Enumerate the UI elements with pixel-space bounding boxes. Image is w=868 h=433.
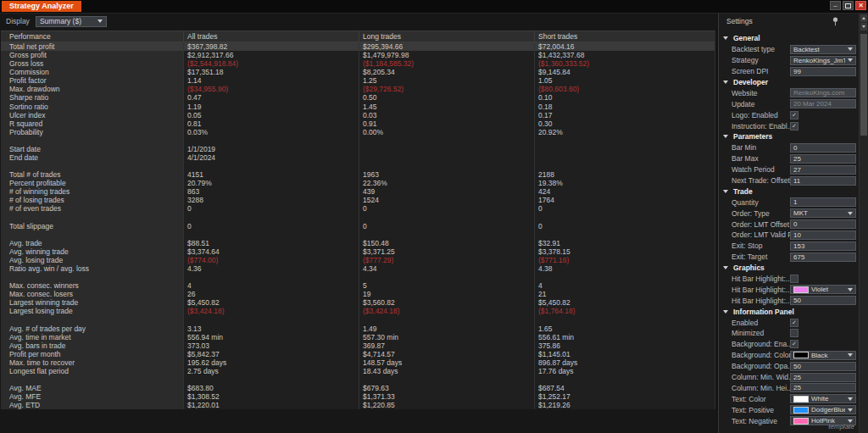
- table-row[interactable]: Avg. winning trade$3,374.64$3,371.25$3,3…: [1, 247, 715, 256]
- table-row[interactable]: Ratio avg. win / avg. loss4.364.344.38: [1, 264, 715, 273]
- table-row[interactable]: Profit factor1.141.251.05: [1, 76, 715, 85]
- table-row[interactable]: Gross loss($2,544,918.84)($1,184,585.32)…: [1, 59, 715, 68]
- table-row[interactable]: Avg. losing trade($774.00)($777.29)($771…: [1, 256, 715, 264]
- checkbox[interactable]: ✓: [790, 111, 798, 119]
- table-row[interactable]: R squared0.810.910.30: [1, 119, 715, 128]
- table-row[interactable]: Commission$17,351.18$8,205.34$9,145.84: [1, 68, 715, 76]
- window-tab-strategy-analyzer[interactable]: Strategy Analyzer: [2, 1, 81, 12]
- table-row[interactable]: End date4/1/2024: [1, 153, 715, 162]
- column-header-all-trades[interactable]: All trades: [183, 31, 359, 42]
- checkbox[interactable]: ✓: [790, 122, 798, 130]
- table-row[interactable]: Avg. MFE$1,308.52$1,371.33$1,252.17: [1, 392, 715, 401]
- settings-scrollbar[interactable]: [859, 14, 868, 433]
- table-row[interactable]: Max. time to recover195.62 days148.57 da…: [1, 358, 715, 367]
- table-row[interactable]: # of winning trades863439424: [1, 187, 715, 196]
- input-field[interactable]: 50: [790, 362, 856, 371]
- setting-control: 25: [790, 154, 856, 164]
- table-row[interactable]: Avg. trade$88.51$150.48$32.91: [1, 239, 715, 247]
- table-row[interactable]: Probability0.03%0.00%20.92%: [1, 128, 715, 136]
- table-row[interactable]: Total net profit$367,398.82$295,394.66$7…: [1, 42, 715, 51]
- table-row[interactable]: Percent profitable20.79%22.36%19.38%: [1, 179, 715, 187]
- column-header-short-trades[interactable]: Short trades: [534, 31, 715, 42]
- table-row[interactable]: Avg. time in market556.94 min557.30 min5…: [1, 333, 715, 341]
- input-field[interactable]: 675: [790, 253, 856, 262]
- settings-section-trade[interactable]: Trade: [719, 186, 860, 197]
- input-field[interactable]: 27: [790, 165, 856, 175]
- table-row[interactable]: Avg. MAE$683.80$679.63$687.54: [1, 384, 715, 392]
- table-row[interactable]: # of even trades000: [1, 204, 715, 213]
- row-value-long: [359, 230, 534, 239]
- dropdown[interactable]: RenkoKings_JmTR: [790, 56, 856, 65]
- row-value-short: 375.86: [534, 341, 715, 350]
- row-value-long: $4,714.57: [359, 350, 534, 358]
- input-field[interactable]: 1: [790, 197, 856, 207]
- scrollbar-thumb[interactable]: [860, 34, 867, 136]
- table-row[interactable]: Profit per month$5,842.37$4,714.57$1,145…: [1, 350, 715, 358]
- input-field[interactable]: 25: [790, 383, 856, 392]
- dropdown[interactable]: Backtest: [790, 45, 856, 54]
- pin-icon[interactable]: [832, 17, 839, 26]
- column-header-performance[interactable]: Performance: [1, 31, 183, 42]
- restore-button[interactable]: [843, 1, 854, 10]
- input-field[interactable]: 50: [790, 296, 856, 305]
- scrollbar-up-icon[interactable]: [860, 14, 867, 22]
- table-row[interactable]: Gross profit$2,912,317.66$1,479,979.98$1…: [1, 51, 715, 59]
- scrollbar-down-icon[interactable]: [860, 23, 867, 31]
- settings-section-general[interactable]: General: [719, 33, 860, 44]
- table-row[interactable]: Sortino ratio1.191.450.18: [1, 103, 715, 111]
- table-row[interactable]: Avg. # of trades per day3.131.491.65: [1, 325, 715, 333]
- setting-label: Bar Max: [719, 154, 790, 163]
- dropdown[interactable]: MKT: [790, 208, 856, 218]
- dropdown[interactable]: DodgerBlue: [790, 405, 856, 414]
- input-field[interactable]: 0: [790, 143, 856, 153]
- input-field[interactable]: 25: [790, 373, 856, 382]
- row-value-all: 3.13: [183, 325, 359, 333]
- dropdown[interactable]: Black: [790, 351, 856, 360]
- column-header-long-trades[interactable]: Long trades: [359, 31, 534, 42]
- template-link[interactable]: template: [828, 423, 854, 430]
- row-value-all: 2.75 days: [183, 367, 359, 375]
- checkbox[interactable]: ✓: [790, 340, 798, 348]
- table-row[interactable]: Largest winning trade$5,450.82$3,560.82$…: [1, 298, 715, 307]
- table-row[interactable]: Ulcer index0.050.030.17: [1, 111, 715, 119]
- checkbox[interactable]: [790, 275, 798, 283]
- setting-label: Logo: Enabled: [719, 111, 790, 119]
- display-toolbar: Display Summary ($): [6, 15, 107, 27]
- row-value-all: ($34,955.90): [183, 85, 359, 93]
- dropdown[interactable]: White: [790, 394, 856, 403]
- table-row[interactable]: Avg. ETD$1,220.01$1,220.85$1,219.26: [1, 401, 715, 409]
- table-row[interactable]: Start date1/1/2019: [1, 145, 715, 153]
- chevron-down-icon: [848, 353, 853, 357]
- row-label: Avg. MAE: [1, 384, 183, 392]
- settings-row-update: Update20 Mar 2024: [719, 98, 860, 109]
- table-row[interactable]: Sharpe ratio0.470.500.10: [1, 93, 715, 102]
- table-row[interactable]: Total # of trades415119632188: [1, 170, 715, 179]
- settings-section-information-panel[interactable]: Information Panel: [719, 306, 860, 317]
- input-field[interactable]: 153: [790, 241, 856, 251]
- input-field[interactable]: 99: [790, 67, 856, 76]
- table-row[interactable]: Avg. bars in trade373.03369.87375.86: [1, 341, 715, 350]
- display-select[interactable]: Summary ($): [36, 16, 107, 27]
- table-row[interactable]: Max. drawdown($34,955.90)($29,726.52)($8…: [1, 85, 715, 93]
- input-field[interactable]: 11: [790, 176, 856, 186]
- settings-section-developer[interactable]: Developer: [719, 77, 860, 88]
- settings-section-graphics[interactable]: Graphics: [719, 263, 860, 274]
- minimize-button[interactable]: –: [830, 1, 841, 10]
- table-row[interactable]: Longest flat period2.75 days18.43 days17…: [1, 367, 715, 375]
- checkbox[interactable]: ✓: [790, 319, 798, 327]
- close-button[interactable]: ✕: [855, 1, 866, 10]
- setting-control: 25: [790, 383, 856, 392]
- table-row[interactable]: Max. consec. losers261921: [1, 290, 715, 298]
- dropdown[interactable]: Violet: [790, 285, 856, 294]
- input-field[interactable]: 0: [790, 219, 856, 229]
- checkbox[interactable]: [790, 329, 798, 337]
- table-row[interactable]: Largest losing trade($3,424.18)($3,424.1…: [1, 307, 715, 315]
- settings-row-enabled: Enabled✓: [719, 317, 860, 328]
- settings-section-parameters[interactable]: Parameters: [719, 131, 860, 142]
- input-field[interactable]: 25: [790, 154, 856, 164]
- table-row[interactable]: Total slippage000: [1, 222, 715, 230]
- input-field[interactable]: 10: [790, 230, 856, 240]
- table-row[interactable]: Max. consec. winners454: [1, 281, 715, 290]
- setting-label: Instruction: Enabl...: [719, 122, 790, 130]
- table-row[interactable]: # of losing trades328815241764: [1, 196, 715, 204]
